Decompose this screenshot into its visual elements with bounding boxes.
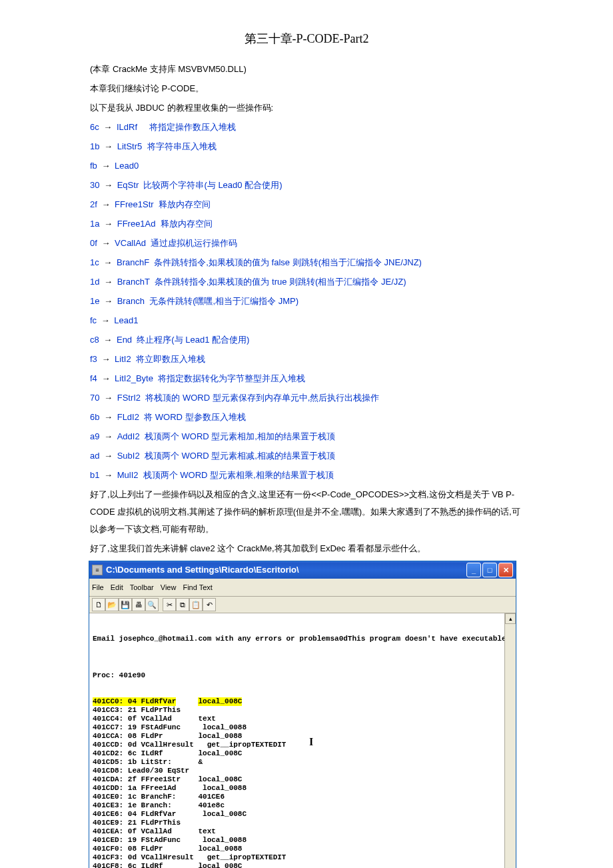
print-icon[interactable]: 🖶 <box>132 598 145 611</box>
disasm-line: 401CDA: 2f FFree1Str local_008C <box>93 775 502 784</box>
proc-label: Proc: 401e90 <box>93 671 502 680</box>
paste-icon[interactable]: 📋 <box>189 598 203 611</box>
preview-icon[interactable]: 🔍 <box>145 598 159 611</box>
menu-edit[interactable]: Edit <box>111 580 123 595</box>
opcode-line: 6c → ILdRf 将指定操作数压入堆栈 <box>90 119 523 136</box>
opcode-line: 1b → LitStr5 将字符串压入堆栈 <box>90 138 523 155</box>
opcode-line: 70 → FStrI2 将栈顶的 WORD 型元素保存到内存单元中,然后执行出栈… <box>90 389 523 407</box>
disasm-line: 401CEA: 0f VCallAd text <box>93 827 502 836</box>
opcode-line: a9 → AddI2 栈顶两个 WORD 型元素相加,相加的结果置于栈顶 <box>90 428 523 445</box>
opcode-line: fb → Lead0 <box>90 157 523 175</box>
disasm-line: 401CC7: 19 FStAdFunc local_0088 <box>93 723 502 732</box>
opcode-line: b1 → MulI2 栈顶两个 WORD 型元素相乘,相乘的结果置于栈顶 <box>90 467 523 484</box>
save-icon[interactable]: 💾 <box>119 598 132 611</box>
disasm-lines: 401CC0: 04 FLdRfVar local_008C401CC3: 21… <box>93 697 502 868</box>
opcode-line: 2f → FFree1Str 释放内存空间 <box>90 196 523 213</box>
disasm-line: 401CD5: 1b LitStr: & <box>93 758 502 767</box>
intro-3: 以下是我从 JBDUC 的教程里收集的一些操作码: <box>90 99 523 117</box>
maximize-button[interactable]: □ <box>482 563 497 577</box>
menubar: FileEditToolbarViewFind Text <box>89 579 516 597</box>
titlebar[interactable]: ≡ C:\Documents and Settings\Ricardo\Escr… <box>89 561 516 579</box>
text-cursor-icon: I <box>309 737 313 746</box>
opcode-line: c8 → End 终止程序(与 Lead1 配合使用) <box>90 331 523 349</box>
disasm-line: 401CED: 19 FStAdFunc local_0088 <box>93 836 502 845</box>
disasm-line: 401CC0: 04 FLdRfVar local_008C <box>93 697 502 706</box>
vertical-scrollbar[interactable]: ▴ ▾ <box>504 613 516 868</box>
disasm-line: 401CF0: 08 FLdPr local_0088 <box>93 845 502 853</box>
opcode-line: 6b → FLdI2 将 WORD 型参数压入堆栈 <box>90 409 523 426</box>
disasm-line: 401CF3: 0d VCallHresult get__ipropTEXTED… <box>93 853 502 862</box>
menu-toolbar[interactable]: Toolbar <box>130 580 154 595</box>
opcode-line: 1a → FFree1Ad 释放内存空间 <box>90 215 523 233</box>
disasm-line: 401CC3: 21 FLdPrThis <box>93 706 502 715</box>
window-title: C:\Documents and Settings\Ricardo\Escrit… <box>106 561 466 579</box>
undo-icon[interactable]: ↶ <box>203 598 216 611</box>
copy-icon[interactable]: ⧉ <box>176 598 189 611</box>
intro-2: 本章我们继续讨论 P-CODE。 <box>90 80 523 97</box>
outro-2: 好了,这里我们首先来讲解 clave2 这个 CrackMe,将其加载到 ExD… <box>90 540 523 557</box>
menu-file[interactable]: File <box>92 580 104 595</box>
app-icon: ≡ <box>92 565 103 575</box>
open-icon[interactable]: 📂 <box>105 598 119 611</box>
disasm-line: 401CD2: 6c ILdRf local_008C <box>93 749 502 758</box>
disasm-line: 401CC4: 0f VCallAd text <box>93 715 502 723</box>
opcode-line: f4 → LitI2_Byte 将指定数据转化为字节整型并压入堆栈 <box>90 370 523 387</box>
opcode-line: ad → SubI2 栈顶两个 WORD 型元素相减,相减的结果置于栈顶 <box>90 447 523 465</box>
close-button[interactable]: ✕ <box>498 563 513 577</box>
minimize-button[interactable]: _ <box>466 563 481 577</box>
new-icon[interactable]: 🗋 <box>92 598 105 611</box>
exdec-window: ≡ C:\Documents and Settings\Ricardo\Escr… <box>89 561 516 868</box>
disasm-line: 401CCA: 08 FLdPr local_0088 <box>93 732 502 741</box>
disasm-line: 401CE3: 1e Branch: 401e8c <box>93 801 502 810</box>
disasm-line: 401CE6: 04 FLdRfVar local_008C <box>93 810 502 819</box>
email-msg: Email josephco_@hotmail.com with any err… <box>93 635 502 643</box>
scroll-up-icon[interactable]: ▴ <box>505 613 516 624</box>
opcode-line: 30 → EqStr 比较两个字符串(与 Lead0 配合使用) <box>90 177 523 194</box>
menu-find-text[interactable]: Find Text <box>183 580 212 595</box>
opcode-line: 1c → BranchF 条件跳转指令,如果栈顶的值为 false 则跳转(相当… <box>90 254 523 271</box>
intro-1: (本章 CrackMe 支持库 MSVBVM50.DLL) <box>90 61 523 78</box>
disasm-line: 401CCD: 0d VCallHresult get__ipropTEXTED… <box>93 741 502 749</box>
disasm-line: 401CD8: Lead0/30 EqStr <box>93 767 502 775</box>
toolbar: 🗋 📂 💾 🖶 🔍 ✂ ⧉ 📋 ↶ <box>89 597 516 613</box>
content-area: Email josephco_@hotmail.com with any err… <box>89 613 516 868</box>
disasm-line: 401CDD: 1a FFree1Ad local_0088 <box>93 784 502 793</box>
opcode-line: f3 → LitI2 将立即数压入堆栈 <box>90 351 523 368</box>
disasm-line: 401CF8: 6c ILdRf local_008C <box>93 862 502 868</box>
menu-view[interactable]: View <box>161 580 177 595</box>
opcode-line: fc → Lead1 <box>90 312 523 329</box>
opcode-list: 6c → ILdRf 将指定操作数压入堆栈1b → LitStr5 将字符串压入… <box>90 119 523 484</box>
cut-icon[interactable]: ✂ <box>163 598 176 611</box>
code-area[interactable]: Email josephco_@hotmail.com with any err… <box>90 613 504 868</box>
opcode-line: 1e → Branch 无条件跳转(嘿嘿,相当于汇编指令 JMP) <box>90 293 523 310</box>
opcode-line: 0f → VCallAd 通过虚拟机运行操作码 <box>90 235 523 252</box>
page-title: 第三十章-P-CODE-Part2 <box>90 27 523 51</box>
opcode-line: 1d → BranchT 条件跳转指令,如果栈顶的值为 true 则跳转(相当于… <box>90 273 523 291</box>
outro-1: 好了,以上列出了一些操作码以及相应的含义,这里还有一份<<P-Code_OPCO… <box>90 486 523 538</box>
disasm-line: 401CE9: 21 FLdPrThis <box>93 819 502 827</box>
disasm-line: 401CE0: 1c BranchF: 401CE6 <box>93 793 502 801</box>
